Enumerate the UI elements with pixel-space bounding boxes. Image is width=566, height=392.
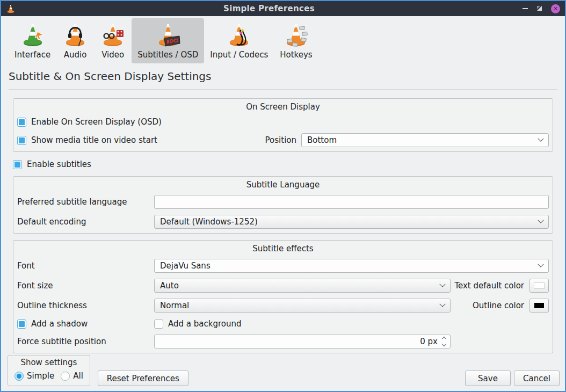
subtitles-osd-icon <box>155 21 181 47</box>
window-controls: ✕ <box>523 4 560 14</box>
add-shadow-checkbox[interactable] <box>17 320 26 329</box>
show-settings-simple-option[interactable]: Simple <box>14 371 54 381</box>
outline-thickness-value: Normal <box>160 301 436 310</box>
toolbar-item-audio[interactable]: Audio <box>56 18 94 63</box>
reset-preferences-button[interactable]: Reset Preferences <box>98 371 188 386</box>
add-background-label: Add a background <box>168 319 242 329</box>
default-encoding-select[interactable]: Default (Windows-1252) <box>154 215 549 229</box>
add-shadow-label: Add a shadow <box>31 319 88 329</box>
osd-group-title: On Screen Display <box>17 102 549 112</box>
chevron-down-icon <box>538 217 543 223</box>
subtitle-effects-group-title: Subtitle effects <box>17 244 549 253</box>
outline-color-label: Outline color <box>473 301 524 310</box>
force-subtitle-position-label: Force subtitle position <box>17 337 154 346</box>
add-background-checkbox[interactable] <box>154 320 163 329</box>
toolbar-item-video[interactable]: Video <box>94 18 132 63</box>
enable-subtitles-label: Enable subtitles <box>27 159 91 169</box>
subtitle-language-group: Subtitle Language Preferred subtitle lan… <box>13 176 553 234</box>
video-icon <box>100 21 126 47</box>
show-media-title-checkbox[interactable] <box>17 136 26 145</box>
black-color-swatch <box>534 303 544 308</box>
toolbar-item-label: Hotkeys <box>280 50 312 60</box>
audio-icon <box>62 21 88 47</box>
simple-radio-label: Simple <box>27 371 54 381</box>
force-subtitle-position-value: 0 px <box>159 337 438 346</box>
spin-up-icon <box>442 337 446 341</box>
toolbar-item-label: Input / Codecs <box>210 50 268 60</box>
toolbar-item-hotkeys[interactable]: Hotkeys <box>274 18 318 63</box>
enable-osd-checkbox[interactable] <box>17 118 26 127</box>
minimize-button[interactable] <box>523 8 528 9</box>
hotkeys-icon <box>283 21 309 47</box>
text-default-color-label: Text default color <box>454 281 524 291</box>
enable-subtitles-checkbox[interactable] <box>13 160 22 169</box>
all-radio-label: All <box>73 371 83 381</box>
chevron-down-icon <box>538 262 543 267</box>
page-title: Subtitle & On Screen Display Settings <box>9 70 557 83</box>
enable-subtitles-row: Enable subtitles <box>13 159 553 169</box>
subtitle-language-group-title: Subtitle Language <box>17 180 549 190</box>
position-select[interactable]: Bottom <box>301 133 549 147</box>
vlc-cone-icon <box>6 4 16 13</box>
osd-group: On Screen Display Enable On Screen Displ… <box>13 98 553 152</box>
save-button[interactable]: Save <box>465 371 511 386</box>
show-settings-title: Show settings <box>14 358 83 367</box>
show-media-title-label: Show media title on video start <box>31 135 157 145</box>
chevron-down-icon <box>439 301 445 307</box>
font-select[interactable]: DejaVu Sans <box>154 259 549 273</box>
toolbar-item-subtitles-osd[interactable]: Subtitles / OSD <box>132 18 204 63</box>
font-size-label: Font size <box>17 281 154 291</box>
spin-down-icon <box>442 342 446 346</box>
toolbar-item-label: Audio <box>64 50 87 60</box>
all-radio[interactable] <box>61 372 70 381</box>
toolbar-item-label: Interface <box>14 50 50 60</box>
maximize-button[interactable] <box>536 4 543 14</box>
window-title: Simple Preferences <box>16 4 523 13</box>
show-settings-group: Show settings Simple All <box>8 355 90 386</box>
close-button[interactable]: ✕ <box>551 4 560 13</box>
footer: Show settings Simple All Reset Preferenc… <box>1 355 565 391</box>
spinner-arrows[interactable] <box>442 337 446 346</box>
outline-thickness-select[interactable]: Normal <box>154 299 451 313</box>
force-subtitle-position-spinner[interactable]: 0 px <box>154 335 451 349</box>
cancel-button[interactable]: Cancel <box>514 371 560 386</box>
heading-divider <box>9 89 557 90</box>
toolbar-item-label: Video <box>101 50 124 60</box>
subtitle-effects-group: Subtitle effects Font DejaVu Sans Font s… <box>13 240 553 353</box>
preferred-language-label: Preferred subtitle language <box>17 197 154 207</box>
outline-color-button[interactable] <box>529 299 549 313</box>
enable-osd-label: Enable On Screen Display (OSD) <box>31 117 162 127</box>
toolbar-item-input-codecs[interactable]: Input / Codecs <box>204 18 274 63</box>
preferred-language-input[interactable] <box>154 195 549 209</box>
chevron-down-icon <box>439 281 445 287</box>
toolbar-item-interface[interactable]: Interface <box>9 18 56 63</box>
position-value: Bottom <box>307 135 534 145</box>
preferences-toolbar: Interface Audio Video <box>1 16 565 62</box>
titlebar: Simple Preferences ✕ <box>1 1 565 16</box>
font-label: Font <box>17 261 154 271</box>
font-size-value: Auto <box>160 281 436 291</box>
font-size-select[interactable]: Auto <box>154 279 451 293</box>
font-value: DejaVu Sans <box>160 261 534 271</box>
text-default-color-button[interactable] <box>529 279 549 293</box>
close-icon: ✕ <box>553 6 558 12</box>
default-encoding-label: Default encoding <box>17 217 154 227</box>
toolbar-item-label: Subtitles / OSD <box>137 50 198 60</box>
outline-thickness-label: Outline thickness <box>17 301 154 310</box>
chevron-down-icon <box>538 136 543 142</box>
position-label: Position <box>265 135 296 145</box>
maximize-icon <box>536 5 543 12</box>
white-color-swatch <box>534 283 544 288</box>
input-codecs-icon <box>226 21 252 47</box>
simple-preferences-window: Simple Preferences ✕ Interface <box>0 0 566 392</box>
show-settings-all-option[interactable]: All <box>61 371 83 381</box>
default-encoding-value: Default (Windows-1252) <box>160 217 534 227</box>
interface-icon <box>20 21 46 47</box>
simple-radio[interactable] <box>14 372 24 381</box>
